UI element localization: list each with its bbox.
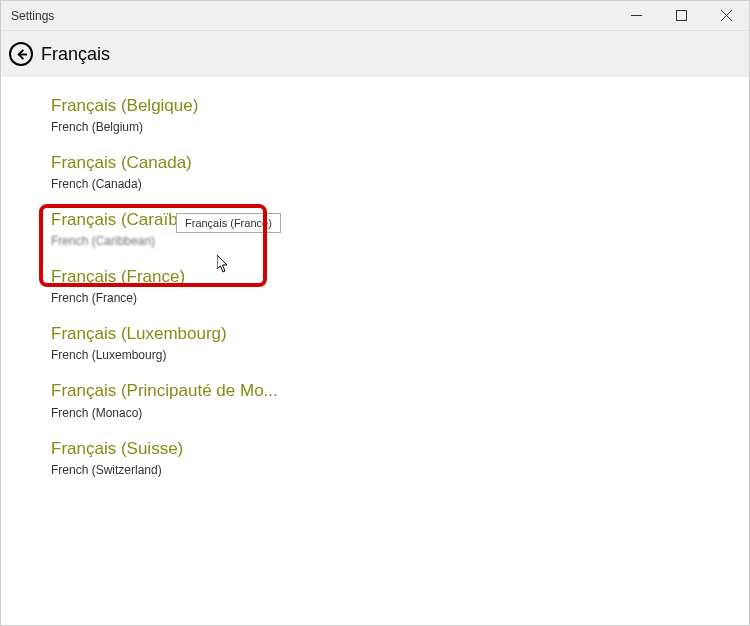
language-native-label: Français (France) xyxy=(51,266,749,288)
language-english-label: French (Canada) xyxy=(51,177,749,191)
page-title: Français xyxy=(41,44,110,65)
language-item-luxembourg[interactable]: Français (Luxembourg) French (Luxembourg… xyxy=(51,323,749,362)
language-item-canada[interactable]: Français (Canada) French (Canada) xyxy=(51,152,749,191)
window-controls xyxy=(614,1,749,31)
window-title: Settings xyxy=(1,9,614,23)
language-item-switzerland[interactable]: Français (Suisse) French (Switzerland) xyxy=(51,438,749,477)
language-native-label: Français (Belgique) xyxy=(51,95,749,117)
language-english-label: French (Switzerland) xyxy=(51,463,749,477)
language-item-belgium[interactable]: Français (Belgique) French (Belgium) xyxy=(51,95,749,134)
tooltip: Français (France) xyxy=(176,213,281,233)
language-english-label: French (Belgium) xyxy=(51,120,749,134)
language-item-monaco[interactable]: Français (Principauté de Mo... French (M… xyxy=(51,380,749,419)
minimize-button[interactable] xyxy=(614,1,659,31)
titlebar: Settings xyxy=(1,1,749,31)
language-item-caribbean[interactable]: Français (Caraïbe) French (Caribbean) xyxy=(51,209,749,248)
language-english-label: French (Luxembourg) xyxy=(51,348,749,362)
language-english-label: French (Caribbean) xyxy=(51,234,749,248)
language-item-france[interactable]: Français (France) French (France) xyxy=(51,266,749,305)
language-native-label: Français (Principauté de Mo... xyxy=(51,380,749,402)
svg-rect-1 xyxy=(677,11,687,21)
language-native-label: Français (Caraïbe) xyxy=(51,209,749,231)
language-native-label: Français (Canada) xyxy=(51,152,749,174)
language-native-label: Français (Luxembourg) xyxy=(51,323,749,345)
page-header: Français xyxy=(1,31,749,77)
language-native-label: Français (Suisse) xyxy=(51,438,749,460)
language-list: Français (Belgique) French (Belgium) Fra… xyxy=(1,77,749,625)
maximize-button[interactable] xyxy=(659,1,704,31)
back-button[interactable] xyxy=(9,42,33,66)
language-english-label: French (Monaco) xyxy=(51,406,749,420)
language-english-label: French (France) xyxy=(51,291,749,305)
cursor-icon xyxy=(217,255,231,277)
close-button[interactable] xyxy=(704,1,749,31)
settings-window: Settings Français Français (Belgique) Fr… xyxy=(0,0,750,626)
